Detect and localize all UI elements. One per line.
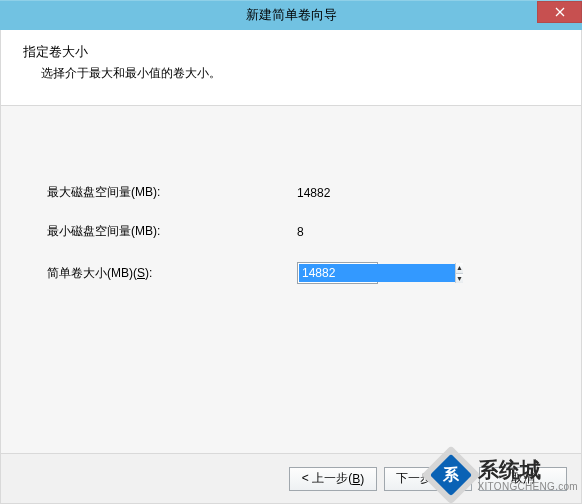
min-disk-space-value: 8 <box>297 225 397 239</box>
content-area: 最大磁盘空间量(MB): 14882 最小磁盘空间量(MB): 8 简单卷大小(… <box>1 106 581 453</box>
spinner-down-button[interactable]: ▼ <box>456 274 463 284</box>
max-disk-space-label: 最大磁盘空间量(MB): <box>47 184 297 201</box>
min-disk-space-label: 最小磁盘空间量(MB): <box>47 223 297 240</box>
chevron-up-icon: ▲ <box>456 264 463 271</box>
wizard-body: 指定卷大小 选择介于最大和最小值的卷大小。 最大磁盘空间量(MB): 14882… <box>0 30 582 504</box>
max-disk-space-row: 最大磁盘空间量(MB): 14882 <box>47 184 397 201</box>
wizard-footer: < 上一步(B) 下一步(N) > 取消 <box>1 453 581 503</box>
min-disk-space-row: 最小磁盘空间量(MB): 8 <box>47 223 397 240</box>
spinner-buttons: ▲ ▼ <box>455 263 463 283</box>
volume-size-spinner[interactable]: ▲ ▼ <box>297 262 378 284</box>
titlebar: 新建简单卷向导 <box>0 0 582 30</box>
close-button[interactable] <box>537 1 582 23</box>
volume-size-input[interactable] <box>299 264 455 282</box>
max-disk-space-value: 14882 <box>297 186 397 200</box>
cancel-button[interactable]: 取消 <box>479 467 567 491</box>
page-subtitle: 选择介于最大和最小值的卷大小。 <box>23 65 559 82</box>
page-title: 指定卷大小 <box>23 44 559 61</box>
volume-size-label: 简单卷大小(MB)(S): <box>47 265 297 282</box>
next-button[interactable]: 下一步(N) > <box>384 467 472 491</box>
volume-size-row: 简单卷大小(MB)(S): ▲ ▼ <box>47 262 378 284</box>
window-title: 新建简单卷向导 <box>246 7 337 24</box>
back-button[interactable]: < 上一步(B) <box>289 467 377 491</box>
wizard-header: 指定卷大小 选择介于最大和最小值的卷大小。 <box>1 30 581 106</box>
close-icon <box>555 7 565 17</box>
spinner-up-button[interactable]: ▲ <box>456 263 463 274</box>
chevron-down-icon: ▼ <box>456 275 463 282</box>
